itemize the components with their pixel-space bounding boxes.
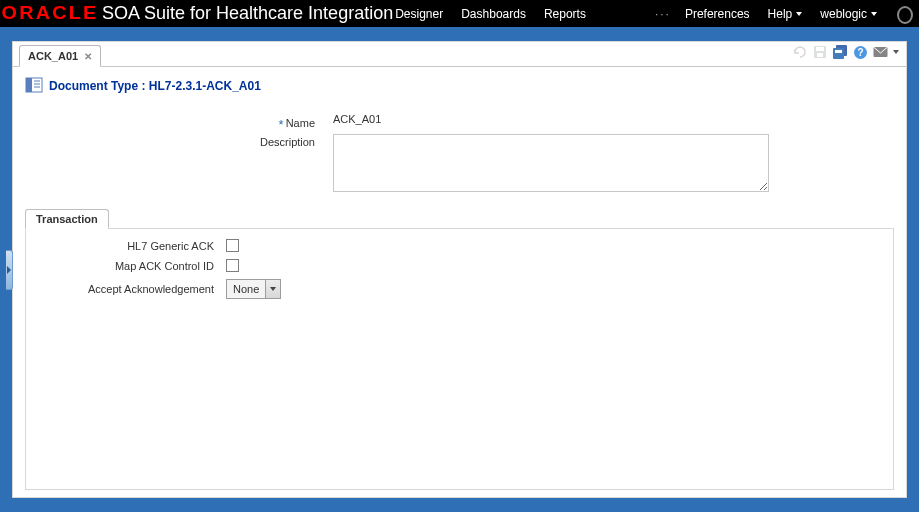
svg-rect-4 bbox=[833, 48, 844, 59]
transaction-panel: HL7 Generic ACK Map ACK Control ID Accep… bbox=[25, 228, 894, 490]
app-header: ORACLE SOA Suite for Healthcare Integrat… bbox=[0, 0, 919, 27]
description-row: Description bbox=[25, 134, 894, 194]
tab-transaction[interactable]: Transaction bbox=[25, 209, 109, 229]
save-all-button[interactable] bbox=[832, 44, 848, 60]
editor-tab-label: ACK_A01 bbox=[28, 50, 78, 62]
status-indicator bbox=[897, 6, 913, 24]
hl7-generic-ack-label: HL7 Generic ACK bbox=[34, 240, 214, 252]
revert-button bbox=[792, 44, 808, 60]
svg-rect-1 bbox=[816, 47, 824, 51]
editor-panel: ACK_A01 ✕ ? bbox=[12, 41, 907, 498]
nav-reports[interactable]: Reports bbox=[544, 7, 586, 21]
name-value: ACK_A01 bbox=[333, 113, 381, 125]
svg-text:?: ? bbox=[857, 47, 863, 58]
map-ack-control-id-checkbox[interactable] bbox=[226, 259, 239, 272]
svg-rect-2 bbox=[817, 53, 823, 57]
select-arrow bbox=[265, 280, 280, 298]
chevron-down-icon bbox=[871, 12, 877, 16]
document-title-prefix: Document Type : bbox=[49, 79, 145, 93]
chevron-down-icon bbox=[796, 12, 802, 16]
mail-button[interactable] bbox=[872, 44, 888, 60]
chevron-down-icon bbox=[893, 50, 899, 54]
accept-acknowledgement-select[interactable]: None bbox=[226, 279, 281, 299]
revert-icon bbox=[793, 45, 807, 59]
mail-icon bbox=[873, 45, 888, 59]
editor-content: Document Type : HL7-2.3.1-ACK_A01 *Name … bbox=[13, 67, 906, 500]
name-row: *Name ACK_A01 bbox=[25, 113, 894, 130]
description-label: Description bbox=[25, 134, 315, 148]
nav-dashboards[interactable]: Dashboards bbox=[461, 7, 526, 21]
floppy-stack-icon bbox=[833, 45, 847, 59]
editor-toolbar: ? bbox=[792, 44, 900, 60]
map-ack-control-id-row: Map ACK Control ID bbox=[34, 259, 885, 272]
chevron-down-icon bbox=[270, 287, 276, 291]
hl7-generic-ack-checkbox[interactable] bbox=[226, 239, 239, 252]
svg-rect-5 bbox=[835, 50, 842, 53]
expand-sidebar-handle[interactable] bbox=[6, 250, 13, 290]
document-icon bbox=[25, 77, 43, 95]
triangle-right-icon bbox=[7, 266, 11, 274]
editor-tabstrip: ACK_A01 ✕ ? bbox=[13, 42, 906, 67]
mail-dropdown[interactable] bbox=[892, 44, 900, 60]
accept-acknowledgement-value: None bbox=[227, 283, 265, 295]
floppy-icon bbox=[813, 45, 827, 59]
accept-acknowledgement-row: Accept Acknowledgement None bbox=[34, 279, 885, 299]
save-button bbox=[812, 44, 828, 60]
required-asterisk: * bbox=[279, 117, 284, 132]
help-label: Help bbox=[768, 7, 793, 21]
preferences-link[interactable]: Preferences bbox=[685, 7, 750, 21]
document-title-row: Document Type : HL7-2.3.1-ACK_A01 bbox=[25, 77, 894, 95]
name-label-text: Name bbox=[286, 117, 315, 129]
help-menu[interactable]: Help bbox=[768, 7, 803, 21]
help-icon: ? bbox=[853, 45, 868, 60]
header-right: ··· Preferences Help weblogic bbox=[655, 0, 895, 27]
hl7-generic-ack-row: HL7 Generic ACK bbox=[34, 239, 885, 252]
help-button[interactable]: ? bbox=[852, 44, 868, 60]
oracle-logo: ORACLE bbox=[2, 3, 99, 24]
user-menu[interactable]: weblogic bbox=[820, 7, 877, 21]
svg-rect-10 bbox=[26, 78, 32, 92]
editor-tab-ack-a01[interactable]: ACK_A01 ✕ bbox=[19, 45, 101, 67]
name-label: *Name bbox=[25, 113, 315, 130]
primary-nav: Designer Dashboards Reports bbox=[395, 7, 604, 21]
app-title: SOA Suite for Healthcare Integration bbox=[102, 3, 393, 24]
accept-acknowledgement-label: Accept Acknowledgement bbox=[34, 283, 214, 295]
user-label: weblogic bbox=[820, 7, 867, 21]
workspace-outer: ACK_A01 ✕ ? bbox=[0, 27, 919, 512]
divider-dots: ··· bbox=[655, 7, 671, 21]
description-textarea[interactable] bbox=[333, 134, 769, 192]
close-icon[interactable]: ✕ bbox=[84, 51, 92, 62]
nav-designer[interactable]: Designer bbox=[395, 7, 443, 21]
map-ack-control-id-label: Map ACK Control ID bbox=[34, 260, 214, 272]
transaction-section: Transaction HL7 Generic ACK Map ACK Cont… bbox=[25, 208, 894, 490]
document-title-value: HL7-2.3.1-ACK_A01 bbox=[149, 79, 261, 93]
document-title: Document Type : HL7-2.3.1-ACK_A01 bbox=[49, 79, 261, 93]
